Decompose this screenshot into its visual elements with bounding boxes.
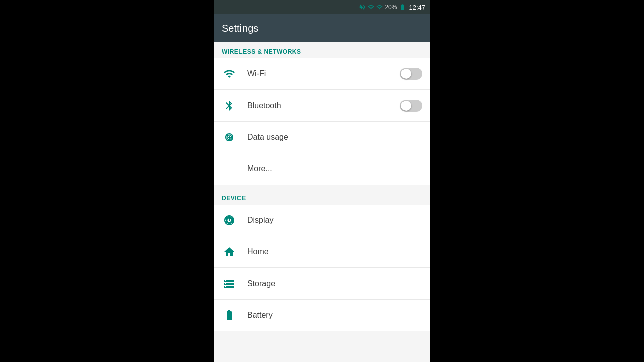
section-header-device: DEVICE — [214, 189, 430, 205]
right-background — [430, 0, 644, 362]
display-icon — [222, 213, 237, 228]
bluetooth-toggle[interactable] — [400, 100, 422, 112]
status-icons: 20% — [359, 4, 406, 11]
status-time: 12:47 — [409, 4, 425, 11]
display-label: Display — [247, 216, 422, 225]
battery-icon — [222, 308, 237, 323]
data-usage-item[interactable]: Data usage — [214, 122, 430, 153]
battery-item[interactable]: Battery — [214, 300, 430, 331]
signal2-icon — [376, 4, 383, 11]
status-bar: 20% 12:47 — [214, 0, 430, 14]
battery-label: Battery — [247, 311, 422, 320]
home-icon — [222, 244, 237, 259]
wifi-item[interactable]: Wi-Fi — [214, 58, 430, 90]
settings-content: WIRELESS & NETWORKS Wi-Fi — [214, 42, 430, 362]
app-header: Settings — [214, 14, 430, 42]
phone-screen: 20% 12:47 Settings WIRELESS & NETWORKS W… — [214, 0, 430, 362]
display-item[interactable]: Display — [214, 205, 430, 236]
page-title: Settings — [222, 23, 258, 34]
more-item[interactable]: More... — [214, 153, 430, 185]
bluetooth-item[interactable]: Bluetooth — [214, 90, 430, 122]
storage-label: Storage — [247, 279, 422, 288]
section-header-wireless: WIRELESS & NETWORKS — [214, 42, 430, 58]
status-battery-icon — [399, 4, 406, 11]
battery-percent: 20% — [385, 4, 397, 11]
mute-icon — [359, 4, 366, 11]
data-usage-label: Data usage — [247, 133, 422, 142]
data-usage-icon — [222, 130, 237, 145]
wifi-icon — [222, 66, 237, 81]
wireless-section: Wi-Fi Bluetooth — [214, 58, 430, 185]
bluetooth-icon — [222, 98, 237, 113]
wifi-label: Wi-Fi — [247, 69, 400, 78]
more-label: More... — [247, 164, 422, 173]
home-label: Home — [247, 247, 422, 256]
home-item[interactable]: Home — [214, 236, 430, 268]
left-background — [0, 0, 214, 362]
storage-icon — [222, 276, 237, 291]
bluetooth-label: Bluetooth — [247, 101, 400, 110]
device-section: Display Home Storage — [214, 205, 430, 331]
storage-item[interactable]: Storage — [214, 268, 430, 300]
wifi-toggle[interactable] — [400, 68, 422, 80]
signal-icon — [368, 4, 374, 11]
